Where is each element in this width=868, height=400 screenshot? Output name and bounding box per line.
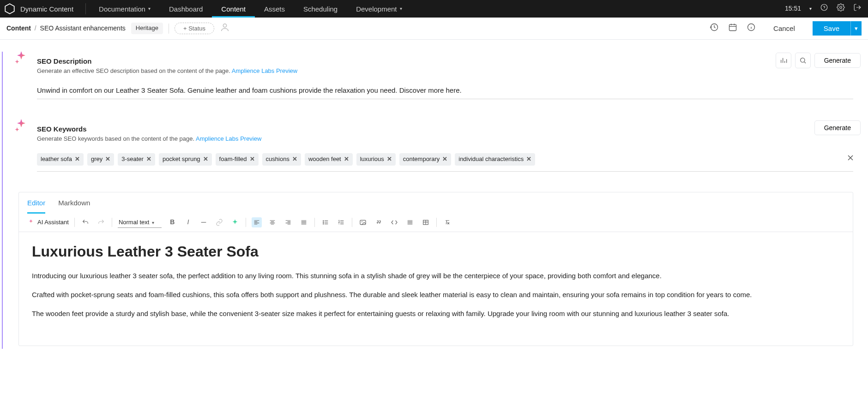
info-icon[interactable] <box>747 23 756 35</box>
app-name: Dynamic Content <box>16 4 82 14</box>
keyword-pill[interactable]: foam-filled✕ <box>216 153 259 165</box>
sparkle-icon <box>13 50 30 69</box>
clear-format-icon[interactable] <box>442 217 452 227</box>
svg-point-5 <box>800 58 804 62</box>
seo-keywords-card: Generate SEO Keywords Generate SEO keywo… <box>14 117 861 178</box>
svg-point-0 <box>821 4 827 11</box>
search-icon[interactable] <box>795 53 811 68</box>
tab-markdown[interactable]: Markdown <box>58 198 90 214</box>
seo-keywords-link[interactable]: Amplience Labs Preview <box>196 135 261 142</box>
app-logo <box>4 3 16 15</box>
hr-icon[interactable] <box>199 217 209 227</box>
seo-description-link[interactable]: Amplience Labs Preview <box>232 67 297 74</box>
editor-content[interactable]: Luxurious Leather 3 Seater Sofa Introduc… <box>19 232 853 346</box>
svg-point-2 <box>223 24 226 27</box>
primary-nav: Documentation Dashboard Content Assets S… <box>90 0 411 18</box>
keyword-pill[interactable]: leather sofa✕ <box>37 153 84 165</box>
generate-keywords-button[interactable]: Generate <box>814 120 861 135</box>
help-icon[interactable] <box>820 3 828 14</box>
nav-scheduling[interactable]: Scheduling <box>294 0 347 18</box>
keyword-remove-icon[interactable]: ✕ <box>146 155 151 163</box>
align-right-icon[interactable] <box>283 217 293 227</box>
breadcrumb-root[interactable]: Content <box>6 24 31 32</box>
keyword-pill[interactable]: 3-seater✕ <box>118 153 155 165</box>
cancel-button[interactable]: Cancel <box>765 22 803 35</box>
editor-card: Editor Markdown AI Assistant Normal text… <box>18 192 853 346</box>
quote-icon[interactable] <box>374 217 384 227</box>
keyword-pill[interactable]: pocket sprung✕ <box>159 153 212 165</box>
editor-toolbar: AI Assistant Normal text B I <box>19 214 853 232</box>
save-button[interactable]: Save <box>813 21 850 36</box>
heritage-pill[interactable]: Heritage <box>131 23 163 34</box>
keywords-row[interactable]: leather sofa✕grey✕3-seater✕pocket sprung… <box>37 153 853 171</box>
content-heading: Luxurious Leather 3 Seater Sofa <box>32 241 840 262</box>
keyword-pill[interactable]: contemporary✕ <box>399 153 451 165</box>
nav-dashboard[interactable]: Dashboard <box>160 0 212 18</box>
svg-point-10 <box>362 221 362 222</box>
user-icon[interactable] <box>220 22 230 35</box>
codeblock-icon[interactable] <box>405 217 415 227</box>
clear-keywords-icon[interactable] <box>846 153 855 165</box>
content-paragraph: Introducing our luxurious leather 3 seat… <box>32 270 840 281</box>
keyword-remove-icon[interactable]: ✕ <box>292 155 297 163</box>
left-rail <box>2 52 3 349</box>
top-bar: Dynamic Content Documentation Dashboard … <box>0 0 868 18</box>
keyword-pill[interactable]: luxurious✕ <box>356 153 396 165</box>
keyword-pill[interactable]: individual characteristics✕ <box>455 153 535 165</box>
analytics-icon[interactable] <box>776 53 791 68</box>
code-icon[interactable] <box>389 217 399 227</box>
seo-description-card: Generate SEO Description Generate an eff… <box>14 49 861 106</box>
keyword-pill[interactable]: wooden feet✕ <box>305 153 353 165</box>
keyword-remove-icon[interactable]: ✕ <box>250 155 255 163</box>
generate-description-button[interactable]: Generate <box>814 53 861 68</box>
sparkle-icon <box>13 118 30 137</box>
keyword-remove-icon[interactable]: ✕ <box>344 155 349 163</box>
keyword-remove-icon[interactable]: ✕ <box>442 155 447 163</box>
tab-editor[interactable]: Editor <box>27 198 45 214</box>
align-justify-icon[interactable] <box>299 217 309 227</box>
nav-content[interactable]: Content <box>212 0 255 18</box>
keyword-pill[interactable]: grey✕ <box>87 153 114 165</box>
table-icon[interactable] <box>421 217 431 227</box>
keyword-remove-icon[interactable]: ✕ <box>105 155 110 163</box>
numbered-list-icon[interactable] <box>336 217 346 227</box>
bold-icon[interactable]: B <box>167 217 177 227</box>
seo-description-title: SEO Description <box>37 56 853 66</box>
calendar-icon[interactable] <box>728 23 737 35</box>
align-center-icon[interactable] <box>267 217 277 227</box>
clock-time[interactable]: 15:51 <box>785 4 801 13</box>
keyword-remove-icon[interactable]: ✕ <box>75 155 80 163</box>
history-icon[interactable] <box>710 23 719 35</box>
undo-icon[interactable] <box>80 217 90 227</box>
svg-point-7 <box>323 222 324 222</box>
breadcrumb: Content / SEO Assistant enhancements <box>6 24 126 33</box>
settings-icon[interactable] <box>837 3 845 14</box>
ai-assistant-button[interactable]: AI Assistant <box>27 218 69 227</box>
svg-point-6 <box>323 221 324 221</box>
bullet-list-icon[interactable] <box>320 217 331 227</box>
format-select[interactable]: Normal text <box>118 217 162 228</box>
unlink-icon[interactable] <box>230 217 240 227</box>
nav-documentation[interactable]: Documentation <box>90 0 160 18</box>
svg-point-1 <box>840 6 842 9</box>
content-paragraph: The wooden feet provide a sturdy and sty… <box>32 308 840 319</box>
redo-icon[interactable] <box>96 217 106 227</box>
page-body: Generate SEO Description Generate an eff… <box>0 40 868 359</box>
keyword-remove-icon[interactable]: ✕ <box>203 155 208 163</box>
image-icon[interactable] <box>358 217 368 227</box>
keyword-remove-icon[interactable]: ✕ <box>526 155 531 163</box>
link-icon[interactable] <box>214 217 224 227</box>
keyword-pill[interactable]: cushions✕ <box>262 153 301 165</box>
svg-rect-3 <box>729 24 736 30</box>
italic-icon[interactable]: I <box>183 217 193 227</box>
nav-development[interactable]: Development <box>347 0 411 18</box>
align-left-icon[interactable] <box>252 217 262 227</box>
add-status-button[interactable]: + Status <box>175 23 214 34</box>
save-dropdown[interactable]: ▾ <box>850 21 862 36</box>
divider <box>85 3 86 14</box>
exit-icon[interactable] <box>853 3 862 14</box>
seo-description-subtitle: Generate an effective SEO description ba… <box>37 67 853 75</box>
nav-assets[interactable]: Assets <box>255 0 294 18</box>
keyword-remove-icon[interactable]: ✕ <box>387 155 392 163</box>
seo-description-value[interactable]: Unwind in comfort on our Leather 3 Seate… <box>37 85 853 99</box>
